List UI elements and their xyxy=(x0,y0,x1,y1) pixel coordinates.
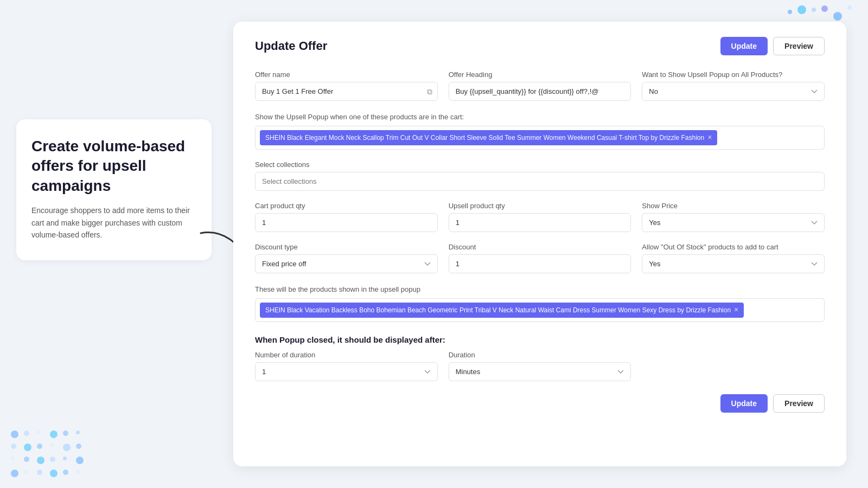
allow-out-of-stock-label: Allow "Out Of Stock" products to add to … xyxy=(642,243,825,251)
show-price-select[interactable]: Yes No xyxy=(642,213,825,232)
cart-product-qty-group: Cart product qty xyxy=(255,202,438,232)
upsell-product-qty-input[interactable] xyxy=(449,213,631,232)
offer-name-label: Offer name xyxy=(255,70,438,79)
decorative-dots-top-right xyxy=(788,5,852,21)
update-button-top[interactable]: Update xyxy=(720,37,768,55)
main-panel: Update Offer Update Preview Offer name ⧉… xyxy=(233,22,846,466)
page-title: Update Offer xyxy=(255,39,327,53)
upsell-products-label: These will be the products shown in the … xyxy=(255,285,420,293)
offer-heading-group: Offer Heading xyxy=(449,70,631,101)
offer-name-group: Offer name ⧉ xyxy=(255,70,438,101)
number-of-duration-select[interactable]: 1 2 3 5 10 15 30 xyxy=(255,362,438,381)
upsell-product-tag-area[interactable]: SHEIN Black Vacation Backless Boho Bohem… xyxy=(255,298,825,322)
upsell-popup-label-wrapper: Show the Upsell Popup when one of these … xyxy=(255,112,825,121)
duration-label: Duration xyxy=(449,351,631,359)
form-row-discount: Discount type Fixed price off Percentage… xyxy=(255,243,825,273)
upsell-popup-label: Show the Upsell Popup when one of these … xyxy=(255,113,464,121)
show-upsell-group: Want to Show Upsell Popup on All Product… xyxy=(642,70,825,101)
popup-closed-section: When Popup closed, it should be displaye… xyxy=(255,335,825,381)
number-of-duration-label: Number of duration xyxy=(255,351,438,359)
offer-name-input-wrapper: ⧉ xyxy=(255,82,438,101)
upsell-product-tag-close[interactable]: × xyxy=(734,305,738,316)
allow-out-of-stock-select[interactable]: Yes No xyxy=(642,254,825,273)
upsell-product-qty-label: Upsell product qty xyxy=(449,202,631,210)
offer-heading-label: Offer Heading xyxy=(449,70,631,79)
update-button-bottom[interactable]: Update xyxy=(720,394,768,413)
copy-icon: ⧉ xyxy=(427,87,432,96)
discount-type-select[interactable]: Fixed price off Percentage off Free xyxy=(255,254,438,273)
discount-input[interactable] xyxy=(449,254,631,273)
preview-button-bottom[interactable]: Preview xyxy=(773,394,825,413)
duration-spacer xyxy=(642,351,825,381)
select-collections-input[interactable] xyxy=(255,172,825,191)
upsell-popup-tag-text: SHEIN Black Elegant Mock Neck Scallop Tr… xyxy=(265,133,704,143)
upsell-product-tag-text: SHEIN Black Vacation Backless Boho Bohem… xyxy=(265,306,731,315)
upsell-popup-tag: SHEIN Black Elegant Mock Neck Scallop Tr… xyxy=(260,130,717,145)
upsell-popup-tag-area[interactable]: SHEIN Black Elegant Mock Neck Scallop Tr… xyxy=(255,126,825,150)
show-upsell-label: Want to Show Upsell Popup on All Product… xyxy=(642,70,825,79)
form-row-collections: Select collections xyxy=(255,160,825,191)
bottom-actions: Update Preview xyxy=(255,394,825,413)
offer-heading-input[interactable] xyxy=(449,82,631,101)
preview-button-top[interactable]: Preview xyxy=(773,37,825,55)
popup-closed-title: When Popup closed, it should be displaye… xyxy=(255,335,825,344)
duration-select[interactable]: Minutes Hours Days xyxy=(449,362,631,381)
header-buttons: Update Preview xyxy=(720,37,825,55)
upsell-product-qty-group: Upsell product qty xyxy=(449,202,631,232)
discount-label: Discount xyxy=(449,243,631,251)
form-row-duration: Number of duration 1 2 3 5 10 15 30 Dura… xyxy=(255,351,825,381)
allow-out-of-stock-group: Allow "Out Of Stock" products to add to … xyxy=(642,243,825,273)
left-panel: Create volume-based offers for upsell ca… xyxy=(16,119,212,260)
show-price-group: Show Price Yes No xyxy=(642,202,825,232)
left-panel-description: Encourage shoppers to add more items to … xyxy=(31,204,196,241)
show-upsell-select[interactable]: No Yes xyxy=(642,82,825,101)
number-of-duration-group: Number of duration 1 2 3 5 10 15 30 xyxy=(255,351,438,381)
offer-name-input[interactable] xyxy=(255,82,438,101)
cart-product-qty-label: Cart product qty xyxy=(255,202,438,210)
select-collections-group: Select collections xyxy=(255,160,825,191)
cart-product-qty-input[interactable] xyxy=(255,213,438,232)
duration-group: Duration Minutes Hours Days xyxy=(449,351,631,381)
upsell-product-tag-input[interactable] xyxy=(747,304,820,317)
form-row-qty: Cart product qty Upsell product qty Show… xyxy=(255,202,825,232)
upsell-products-label-wrapper: These will be the products shown in the … xyxy=(255,284,825,294)
left-panel-heading: Create volume-based offers for upsell ca… xyxy=(31,137,196,196)
show-price-label: Show Price xyxy=(642,202,825,210)
panel-header: Update Offer Update Preview xyxy=(255,37,825,55)
upsell-popup-tag-close[interactable]: × xyxy=(707,132,712,143)
select-collections-label: Select collections xyxy=(255,160,825,169)
discount-type-group: Discount type Fixed price off Percentage… xyxy=(255,243,438,273)
decorative-dots-bottom-left xyxy=(11,431,84,477)
tag-input-area[interactable] xyxy=(720,131,820,144)
discount-type-label: Discount type xyxy=(255,243,438,251)
form-row-1: Offer name ⧉ Offer Heading Want to Show … xyxy=(255,70,825,101)
discount-group: Discount xyxy=(449,243,631,273)
upsell-product-tag: SHEIN Black Vacation Backless Boho Bohem… xyxy=(260,303,744,318)
